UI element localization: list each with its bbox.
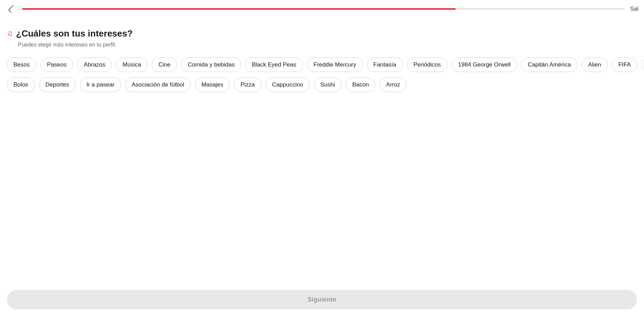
tag-item[interactable]: Arroz: [379, 78, 407, 92]
back-chevron-icon: [8, 5, 16, 13]
tag-item[interactable]: Freddie Mercury: [307, 58, 363, 72]
tag-item[interactable]: Abrazos: [77, 58, 112, 72]
skip-label[interactable]: Sal: [630, 6, 638, 12]
page-title: ¿Cuáles son tus intereses?: [16, 28, 133, 39]
tags-row-2: BolosDeportesIr a pasearAsociación de fú…: [7, 78, 637, 92]
tag-item[interactable]: Monopoly: [642, 58, 644, 72]
tag-item[interactable]: Besos: [7, 58, 36, 72]
tag-item[interactable]: Cine: [152, 58, 177, 72]
tag-item[interactable]: Sushi: [314, 78, 342, 92]
tag-item[interactable]: Comida y bebidas: [181, 58, 241, 72]
tag-item[interactable]: Capitán América: [521, 58, 577, 72]
tag-item[interactable]: Paseos: [40, 58, 73, 72]
tag-item[interactable]: Bolos: [7, 78, 35, 92]
progress-bar-fill: [22, 8, 456, 10]
tag-item[interactable]: Masajes: [195, 78, 230, 92]
progress-bar-container: [22, 8, 624, 10]
tag-item[interactable]: FIFA: [612, 58, 637, 72]
tag-item[interactable]: Deportes: [39, 78, 76, 92]
tag-item[interactable]: Bacon: [346, 78, 375, 92]
page-subtitle: Puedes elegir más intereses en tu perfil…: [18, 42, 637, 48]
tag-item[interactable]: Alien: [582, 58, 608, 72]
tag-item[interactable]: Fantasía: [367, 58, 403, 72]
page-header: ♫ ¿Cuáles son tus intereses?: [7, 28, 637, 39]
back-button[interactable]: [6, 3, 17, 14]
tag-item[interactable]: Música: [116, 58, 148, 72]
tag-item[interactable]: Ir a pasear: [80, 78, 121, 92]
siguiente-button[interactable]: Siguiente: [7, 290, 637, 309]
music-icon: ♫: [7, 29, 13, 38]
tag-item[interactable]: Black Eyed Peas: [245, 58, 303, 72]
tag-item[interactable]: Pizza: [234, 78, 261, 92]
main-content: ♫ ¿Cuáles son tus intereses? Puedes eleg…: [0, 18, 644, 104]
top-bar: Sal: [0, 0, 644, 18]
bottom-bar: Siguiente: [0, 284, 644, 315]
tag-item[interactable]: 1984 George Orwell: [452, 58, 517, 72]
tag-item[interactable]: Asociación de fútbol: [125, 78, 191, 92]
tag-item[interactable]: Cappuccino: [266, 78, 310, 92]
tags-row-1: BesosPaseosAbrazosMúsicaCineComida y beb…: [7, 58, 637, 72]
tag-item[interactable]: Periódicos: [407, 58, 447, 72]
